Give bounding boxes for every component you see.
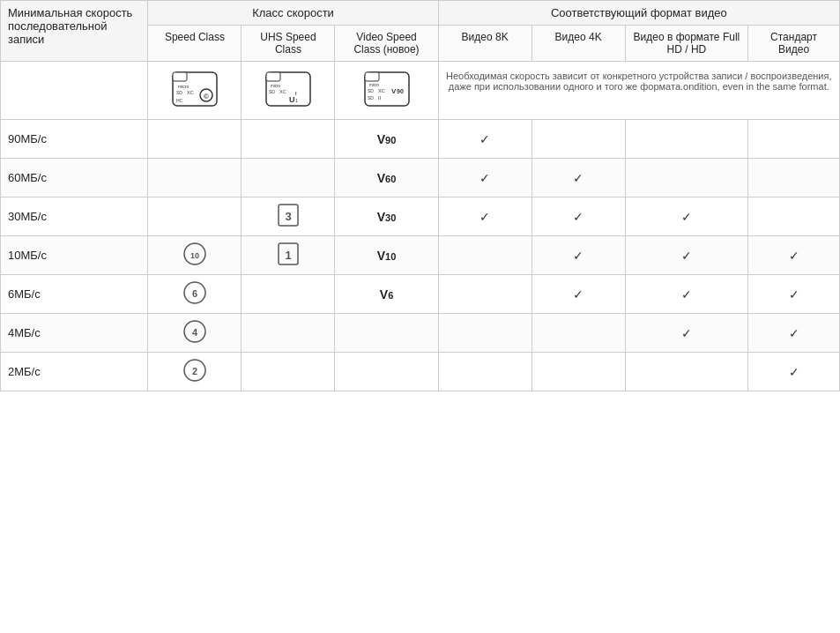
svg-text:micro: micro — [178, 84, 189, 89]
svg-text:XC: XC — [187, 90, 194, 95]
svg-text:SD: SD — [176, 90, 182, 95]
video-speed-class-value: V60 — [335, 159, 438, 197]
video-full-check: ✓ — [625, 275, 747, 314]
svg-rect-9 — [266, 72, 280, 81]
video-8k-check — [438, 275, 532, 314]
svg-text:micro: micro — [369, 83, 379, 87]
uhs-symbol — [242, 159, 335, 197]
video-std-check — [748, 197, 840, 236]
uhs-card-icon: micro SD XC U I 1 — [242, 62, 335, 120]
svg-text:XC: XC — [279, 89, 286, 94]
video-4k-check — [532, 314, 625, 353]
svg-rect-1 — [173, 72, 187, 81]
svg-text:©: © — [204, 93, 209, 101]
svg-text:SD: SD — [368, 95, 374, 101]
svg-text:3: 3 — [285, 210, 291, 223]
video-8k-check: ✓ — [438, 120, 532, 159]
subheader-4k: Видео 4K — [532, 26, 625, 62]
video-full-check — [625, 353, 747, 391]
subheader-8k: Видео 8K — [438, 26, 532, 62]
uhs-symbol — [242, 120, 335, 159]
subheader-std: Стандарт Видео — [748, 26, 840, 62]
video-speed-class-value: V30 — [335, 197, 438, 236]
uhs-symbol — [242, 275, 335, 314]
speed-class-symbol: 6 — [148, 275, 242, 314]
speed-class-symbol — [148, 197, 242, 236]
video-4k-check: ✓ — [532, 275, 625, 314]
speed-label: 2МБ/с — [1, 353, 148, 391]
subheader-uhs: UHS Speed Class — [242, 26, 335, 62]
subheader-vsc: Video Speed Class (новое) — [335, 26, 438, 62]
video-speed-class-value — [335, 314, 438, 353]
video-4k-check: ✓ — [532, 159, 625, 197]
speed-label: 6МБ/с — [1, 275, 148, 314]
svg-text:II: II — [378, 95, 382, 101]
video-std-check — [748, 159, 840, 197]
speed-class-symbol: 4 — [148, 314, 242, 353]
speed-class-symbol — [148, 120, 242, 159]
table-row: 2МБ/с 2 ✓ — [1, 353, 840, 391]
video-speed-class-value — [335, 353, 438, 391]
svg-text:1: 1 — [285, 249, 291, 262]
uhs-symbol: 3 — [242, 197, 335, 236]
video-8k-check: ✓ — [438, 159, 532, 197]
svg-text:90: 90 — [397, 88, 404, 94]
svg-text:4: 4 — [192, 327, 198, 338]
video-8k-check — [438, 353, 532, 391]
svg-text:SD: SD — [269, 89, 275, 94]
icon-row-speed-empty — [1, 62, 148, 120]
speed-label: 4МБ/с — [1, 314, 148, 353]
uhs-symbol: 1 — [242, 236, 335, 275]
speed-label: 60МБ/с — [1, 159, 148, 197]
video-speed-class-value: V6 — [335, 275, 438, 314]
table-row: 4МБ/с 4 ✓✓ — [1, 314, 840, 353]
svg-rect-17 — [365, 72, 379, 81]
speed-class-symbol: 2 — [148, 353, 242, 391]
uhs-symbol — [242, 314, 335, 353]
svg-text:HC: HC — [176, 98, 183, 103]
video-std-check: ✓ — [748, 314, 840, 353]
svg-text:2: 2 — [192, 366, 197, 376]
video-full-check: ✓ — [625, 197, 747, 236]
video-full-check: ✓ — [625, 314, 747, 353]
subheader-full: Видео в формате Full HD / HD — [625, 26, 747, 62]
svg-text:1: 1 — [295, 98, 298, 103]
svg-text:micro: micro — [271, 84, 280, 88]
svg-text:U: U — [289, 95, 295, 104]
video-4k-check: ✓ — [532, 197, 625, 236]
note-cell: Необходимая скорость зависит от конкретн… — [438, 62, 839, 120]
video-std-check: ✓ — [748, 353, 840, 391]
video-speed-class-value: V90 — [335, 120, 438, 159]
header-group-video-format: Соответствующий формат видео — [438, 1, 839, 26]
video-std-check: ✓ — [748, 236, 840, 275]
video-4k-check — [532, 120, 625, 159]
speed-label: 30МБ/с — [1, 197, 148, 236]
header-group-speed-class: Класс скорости — [148, 1, 438, 26]
video-speed-class-value: V10 — [335, 236, 438, 275]
video-std-check: ✓ — [748, 275, 840, 314]
uhs-symbol — [242, 353, 335, 391]
table-row: 90МБ/сV90✓ — [1, 120, 840, 159]
video-8k-check — [438, 314, 532, 353]
speed-class-symbol — [148, 159, 242, 197]
video-full-check — [625, 120, 747, 159]
video-8k-check — [438, 236, 532, 275]
video-4k-check — [532, 353, 625, 391]
svg-text:XC: XC — [378, 88, 385, 93]
speed-label: 90МБ/с — [1, 120, 148, 159]
main-table-container: Минимальная скорость последовательной за… — [0, 0, 840, 391]
table-row: 6МБ/с 6 V6✓✓✓ — [1, 275, 840, 314]
table-row: 30МБ/с 3 V30✓✓✓ — [1, 197, 840, 236]
video-4k-check: ✓ — [532, 236, 625, 275]
speed-class-symbol: 10 — [148, 236, 242, 275]
header-speed-label: Минимальная скорость последовательной за… — [1, 1, 148, 62]
svg-text:6: 6 — [192, 288, 197, 299]
table-row: 10МБ/с 10 1 V10✓✓✓ — [1, 236, 840, 275]
video-8k-check: ✓ — [438, 197, 532, 236]
subheader-sc: Speed Class — [148, 26, 242, 62]
video-full-check: ✓ — [625, 236, 747, 275]
speed-label: 10МБ/с — [1, 236, 148, 275]
video-full-check — [625, 159, 747, 197]
table-row: 60МБ/сV60✓✓ — [1, 159, 840, 197]
svg-text:SD: SD — [368, 88, 374, 93]
